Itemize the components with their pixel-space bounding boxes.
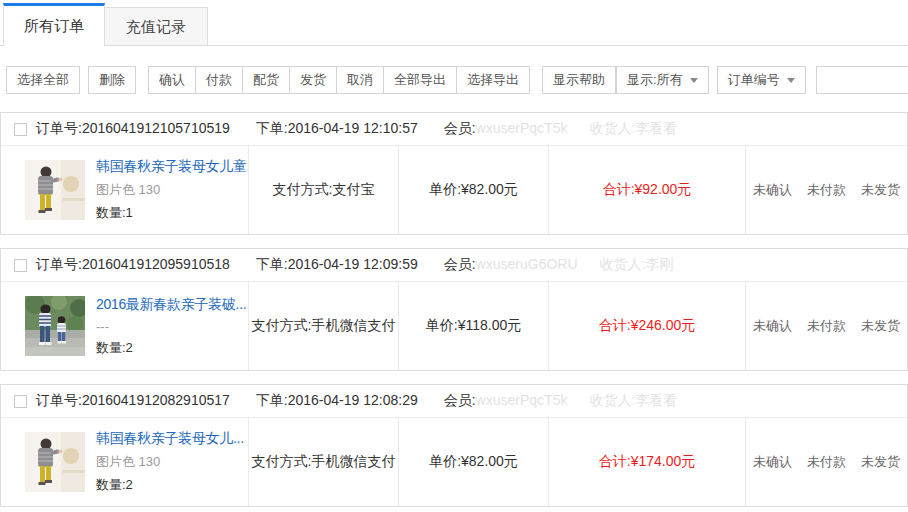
- unit-price: 单价:¥82.00元: [429, 453, 518, 471]
- total-price: 合计:¥246.00元: [599, 317, 696, 335]
- total-price-cell: 合计:¥92.00元: [549, 146, 746, 234]
- order-no-filter-label: 订单编号: [728, 67, 780, 93]
- total-price: 合计:¥174.00元: [599, 453, 696, 471]
- product-cell: 韩国春秋亲子装母女儿... 图片色 130 数量:2: [1, 418, 249, 506]
- product-quantity: 数量:2: [96, 339, 248, 357]
- delete-button[interactable]: 删除: [88, 66, 136, 94]
- order-header: 订单号: 2016041912105710519 下单: 2016-04-19 …: [1, 113, 907, 146]
- product-cell: 2016最新春款亲子装破... --- 数量:2: [1, 282, 249, 370]
- product-info: 韩国春秋亲子装母女儿童... 图片色 130 数量:1: [96, 158, 248, 222]
- order-block: 订单号: 2016041912095910518 下单: 2016-04-19 …: [0, 248, 908, 371]
- order-block: 订单号: 2016041912082910517 下单: 2016-04-19 …: [0, 384, 908, 507]
- total-price-cell: 合计:¥246.00元: [549, 282, 746, 370]
- order-body: 韩国春秋亲子装母女儿... 图片色 130 数量:2 支付方式:手机微信支付 单…: [1, 418, 907, 506]
- unit-price: 单价:¥82.00元: [429, 181, 518, 199]
- product-info: 韩国春秋亲子装母女儿... 图片色 130 数量:2: [96, 430, 248, 494]
- unit-price-cell: 单价:¥82.00元: [399, 418, 549, 506]
- product-image[interactable]: [25, 160, 85, 220]
- status-cell: 未确认 未付款 未发货: [746, 146, 907, 234]
- payment-method: 支付方式:支付宝: [273, 181, 375, 199]
- show-filter-label: 显示:所有: [627, 67, 683, 93]
- pay-button[interactable]: 付款: [195, 66, 243, 94]
- payment-method: 支付方式:手机微信支付: [252, 317, 396, 335]
- order-member: 会员: wxuseruG6ORU 收货人:李刚: [444, 256, 674, 274]
- order-placed-time: 下单: 2016-04-19 12:09:59: [256, 256, 418, 274]
- member-value: wxuseruG6ORU: [476, 256, 578, 274]
- order-number: 订单号: 2016041912105710519: [36, 120, 230, 138]
- order-number-label: 订单号:: [36, 256, 82, 274]
- status-cell: 未确认 未付款 未发货: [746, 418, 907, 506]
- product-cell: 韩国春秋亲子装母女儿童... 图片色 130 数量:1: [1, 146, 249, 234]
- select-all-button[interactable]: 选择全部: [6, 66, 80, 94]
- order-list: 订单号: 2016041912105710519 下单: 2016-04-19 …: [0, 112, 908, 507]
- placed-value: 2016-04-19 12:08:29: [288, 392, 418, 410]
- product-quantity: 数量:2: [96, 476, 248, 494]
- chevron-down-icon: [690, 78, 698, 87]
- status-unshipped: 未发货: [861, 181, 900, 199]
- confirm-button[interactable]: 确认: [148, 66, 196, 94]
- status-unconfirmed: 未确认: [753, 317, 792, 335]
- member-value: wxuserPqcT5k: [476, 392, 568, 410]
- export-all-button[interactable]: 全部导出: [383, 66, 457, 94]
- status-cell: 未确认 未付款 未发货: [746, 282, 907, 370]
- status-unshipped: 未发货: [861, 317, 900, 335]
- payment-method-cell: 支付方式:手机微信支付: [249, 282, 399, 370]
- member-label: 会员:: [444, 392, 476, 410]
- product-title-link[interactable]: 韩国春秋亲子装母女儿...: [96, 430, 248, 448]
- product-title-link[interactable]: 韩国春秋亲子装母女儿童...: [96, 158, 248, 176]
- unit-price-cell: 单价:¥118.00元: [399, 282, 549, 370]
- product-attribute: ---: [96, 319, 248, 334]
- status-unshipped: 未发货: [861, 453, 900, 471]
- order-member: 会员: wxuserPqcT5k 收货人:李看看: [444, 392, 678, 410]
- order-checkbox[interactable]: [14, 123, 27, 136]
- order-block: 订单号: 2016041912105710519 下单: 2016-04-19 …: [0, 112, 908, 235]
- status-unpaid: 未付款: [807, 181, 846, 199]
- order-number: 订单号: 2016041912095910518: [36, 256, 230, 274]
- product-info: 2016最新春款亲子装破... --- 数量:2: [96, 296, 248, 357]
- receiver-value: 收货人:李看看: [589, 120, 677, 138]
- tab-recharge-records[interactable]: 充值记录: [105, 7, 208, 45]
- placed-value: 2016-04-19 12:09:59: [288, 256, 418, 274]
- status-unconfirmed: 未确认: [753, 453, 792, 471]
- order-header: 订单号: 2016041912082910517 下单: 2016-04-19 …: [1, 385, 907, 418]
- placed-value: 2016-04-19 12:10:57: [288, 120, 418, 138]
- order-placed-time: 下单: 2016-04-19 12:08:29: [256, 392, 418, 410]
- ship-button[interactable]: 发货: [289, 66, 337, 94]
- payment-method-cell: 支付方式:手机微信支付: [249, 418, 399, 506]
- order-body: 韩国春秋亲子装母女儿童... 图片色 130 数量:1 支付方式:支付宝 单价:…: [1, 146, 907, 234]
- search-input[interactable]: [816, 66, 908, 94]
- order-number-value: 2016041912095910518: [82, 256, 230, 274]
- order-number: 订单号: 2016041912082910517: [36, 392, 230, 410]
- order-no-filter-dropdown[interactable]: 订单编号: [717, 66, 806, 94]
- show-help-button[interactable]: 显示帮助: [542, 66, 616, 94]
- order-member: 会员: wxuserPqcT5k 收货人:李看看: [444, 120, 678, 138]
- product-image[interactable]: [25, 432, 85, 492]
- order-number-label: 订单号:: [36, 120, 82, 138]
- product-image[interactable]: [25, 296, 85, 356]
- order-number-label: 订单号:: [36, 392, 82, 410]
- product-attribute: 图片色 130: [96, 181, 248, 199]
- order-checkbox[interactable]: [14, 259, 27, 272]
- product-quantity: 数量:1: [96, 204, 248, 222]
- placed-label: 下单:: [256, 120, 288, 138]
- show-filter-dropdown[interactable]: 显示:所有: [616, 66, 709, 94]
- toolbar: 选择全部 删除 确认 付款 配货 发货 取消 全部导出 选择导出 显示帮助 显示…: [6, 66, 908, 94]
- order-placed-time: 下单: 2016-04-19 12:10:57: [256, 120, 418, 138]
- unit-price: 单价:¥118.00元: [426, 317, 521, 335]
- member-label: 会员:: [444, 120, 476, 138]
- product-title-link[interactable]: 2016最新春款亲子装破...: [96, 296, 248, 314]
- tab-all-orders[interactable]: 所有订单: [3, 3, 105, 46]
- order-body: 2016最新春款亲子装破... --- 数量:2 支付方式:手机微信支付 单价:…: [1, 282, 907, 370]
- payment-method: 支付方式:手机微信支付: [252, 453, 396, 471]
- status-unconfirmed: 未确认: [753, 181, 792, 199]
- tab-bar: 所有订单 充值记录: [0, 0, 908, 46]
- placed-label: 下单:: [256, 256, 288, 274]
- export-selected-button[interactable]: 选择导出: [456, 66, 530, 94]
- receiver-value: 收货人:李刚: [600, 256, 674, 274]
- status-unpaid: 未付款: [807, 453, 846, 471]
- total-price-cell: 合计:¥174.00元: [549, 418, 746, 506]
- unit-price-cell: 单价:¥82.00元: [399, 146, 549, 234]
- allocate-button[interactable]: 配货: [242, 66, 290, 94]
- order-checkbox[interactable]: [14, 395, 27, 408]
- cancel-button[interactable]: 取消: [336, 66, 384, 94]
